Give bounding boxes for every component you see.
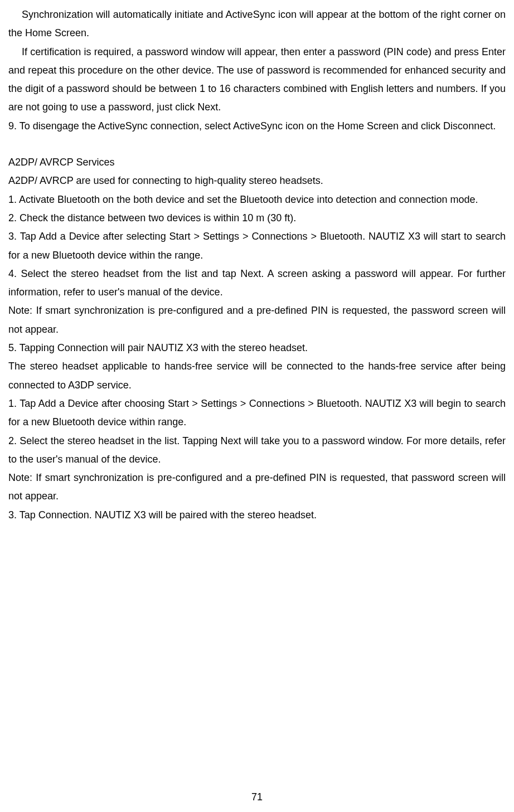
paragraph-hf-step-3: 3. Tap Connection. NAUTIZ X3 will be pai…	[8, 506, 506, 524]
section-spacer	[8, 135, 506, 153]
paragraph-certification: If certification is required, a password…	[8, 43, 506, 117]
paragraph-hf-step-2: 2. Select the stereo headset in the list…	[8, 432, 506, 469]
paragraph-note-1: Note: If smart synchronization is pre-co…	[8, 302, 506, 339]
paragraph-note-2: Note: If smart synchronization is pre-co…	[8, 469, 506, 506]
paragraph-a2dp-step-5: 5. Tapping Connection will pair NAUTIZ X…	[8, 339, 506, 357]
paragraph-a2dp-step-2: 2. Check the distance between two device…	[8, 209, 506, 227]
paragraph-sync-intro: Synchronization will automatically initi…	[8, 6, 506, 43]
paragraph-a2dp-intro: A2DP/ AVRCP are used for connecting to h…	[8, 172, 506, 190]
heading-a2dp-avrcp: A2DP/ AVRCP Services	[8, 153, 506, 172]
page-number: 71	[0, 788, 514, 806]
paragraph-a2dp-step-3: 3. Tap Add a Device after selecting Star…	[8, 227, 506, 265]
paragraph-step-9: 9. To disengage the ActiveSync connectio…	[8, 117, 506, 135]
paragraph-a2dp-step-1: 1. Activate Bluetooth on the both device…	[8, 191, 506, 209]
paragraph-hf-step-1: 1. Tap Add a Device after choosing Start…	[8, 395, 506, 432]
paragraph-handsfree: The stereo headset applicable to hands-f…	[8, 357, 506, 395]
paragraph-a2dp-step-4: 4. Select the stereo headset from the li…	[8, 265, 506, 302]
